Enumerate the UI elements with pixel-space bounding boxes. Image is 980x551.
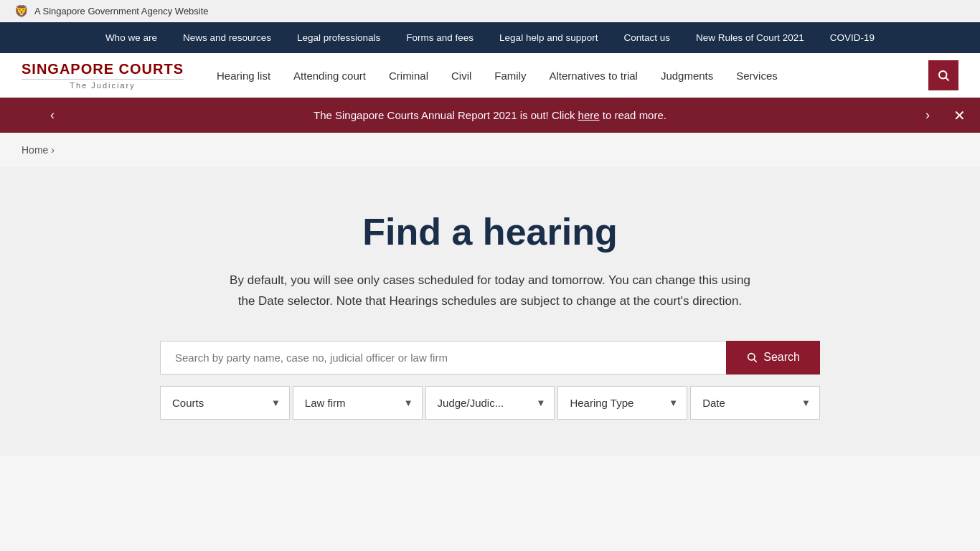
main-nav: Hearing listAttending courtCriminalCivil…: [205, 62, 928, 89]
logo-sub-text: The Judiciary: [22, 79, 184, 90]
main-nav-family[interactable]: Family: [483, 62, 537, 89]
search-area: Search Courts▼Law firm▼Judge/Judic...▼He…: [160, 341, 820, 420]
filter-hearing-type-wrap: Hearing Type▼: [557, 386, 687, 420]
hero-section: Find a hearing By default, you will see …: [0, 167, 980, 456]
main-nav-alternatives[interactable]: Alternatives to trial: [538, 62, 649, 89]
search-button[interactable]: Search: [726, 341, 820, 375]
banner-close-button[interactable]: ✕: [953, 107, 966, 124]
top-nav: Who we areNews and resourcesLegal profes…: [0, 22, 980, 53]
banner-next-button[interactable]: ›: [918, 108, 937, 123]
filter-judge-wrap: Judge/Judic...▼: [425, 386, 555, 420]
filter-law-firm[interactable]: Law firm: [293, 387, 422, 419]
filter-law-firm-wrap: Law firm▼: [293, 386, 423, 420]
site-logo[interactable]: SINGAPORE COURTS The Judiciary: [22, 61, 184, 90]
search-input[interactable]: [160, 341, 726, 375]
svg-point-2: [748, 354, 755, 360]
lion-icon: 🦁: [14, 4, 29, 18]
filter-date-wrap: Date▼: [690, 386, 820, 420]
svg-point-0: [939, 71, 947, 79]
breadcrumb: Home ›: [0, 133, 980, 167]
banner-link[interactable]: here: [578, 109, 600, 121]
filter-courts-wrap: Courts▼: [160, 386, 290, 420]
gov-bar-text: A Singapore Government Agency Website: [34, 6, 209, 17]
page-title: Find a hearing: [14, 210, 966, 253]
banner-prev-button[interactable]: ‹: [43, 108, 62, 123]
banner-content: The Singapore Courts Annual Report 2021 …: [62, 109, 918, 121]
filter-judge[interactable]: Judge/Judic...: [426, 387, 555, 419]
header-search-button[interactable]: [928, 60, 958, 90]
announcement-banner: ‹ The Singapore Courts Annual Report 202…: [0, 98, 980, 133]
main-nav-criminal[interactable]: Criminal: [377, 62, 440, 89]
filter-courts[interactable]: Courts: [161, 387, 289, 419]
breadcrumb-home[interactable]: Home: [22, 144, 48, 156]
top-nav-contact-us[interactable]: Contact us: [611, 22, 683, 53]
main-nav-attending-court[interactable]: Attending court: [282, 62, 377, 89]
main-nav-services[interactable]: Services: [725, 62, 789, 89]
main-nav-civil[interactable]: Civil: [440, 62, 483, 89]
svg-line-1: [946, 77, 948, 80]
filter-hearing-type[interactable]: Hearing Type: [558, 387, 687, 419]
search-row: Search: [160, 341, 820, 375]
top-nav-news-resources[interactable]: News and resources: [170, 22, 284, 53]
hero-description: By default, you will see only cases sche…: [221, 270, 759, 312]
top-nav-legal-professionals[interactable]: Legal professionals: [284, 22, 393, 53]
main-nav-judgments[interactable]: Judgments: [649, 62, 725, 89]
top-nav-forms-fees[interactable]: Forms and fees: [393, 22, 486, 53]
filter-row: Courts▼Law firm▼Judge/Judic...▼Hearing T…: [160, 386, 820, 420]
main-nav-hearing-list[interactable]: Hearing list: [205, 62, 282, 89]
gov-bar: 🦁 A Singapore Government Agency Website: [0, 0, 980, 22]
svg-line-3: [754, 359, 757, 362]
top-nav-new-rules[interactable]: New Rules of Court 2021: [683, 22, 817, 53]
header: SINGAPORE COURTS The Judiciary Hearing l…: [0, 53, 980, 98]
banner-text: The Singapore Courts Annual Report 2021 …: [314, 109, 666, 121]
top-nav-who-we-are[interactable]: Who we are: [93, 22, 170, 53]
filter-date[interactable]: Date: [691, 387, 819, 419]
logo-main-text: SINGAPORE COURTS: [22, 61, 184, 77]
top-nav-covid19[interactable]: COVID-19: [817, 22, 887, 53]
top-nav-legal-help[interactable]: Legal help and support: [486, 22, 611, 53]
